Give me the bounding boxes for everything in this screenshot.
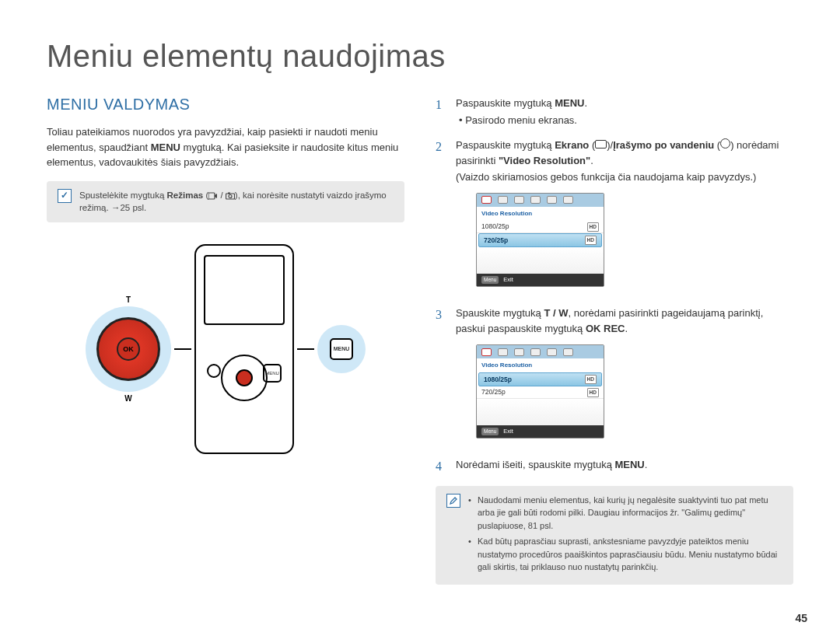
s3a: Spauskite mygtuką xyxy=(456,307,544,319)
step-1: 1 Paspauskite mygtuką MENU. Pasirodo men… xyxy=(436,96,793,128)
callout-line-left xyxy=(174,348,191,350)
footnote-1: Naudodami meniu elementus, kai kurių jų … xyxy=(468,494,782,533)
ui-spacer xyxy=(477,247,604,274)
video-mode-icon xyxy=(208,192,218,200)
camera-control-ring xyxy=(221,355,268,401)
pad-t-label: T xyxy=(126,295,131,304)
ui-opt2b: 720/25p xyxy=(481,387,506,397)
s2c: ( xyxy=(589,139,595,151)
ui-tab-icon xyxy=(530,348,541,356)
footnote-2: Kad būtų paprasčiau suprasti, ankstesnia… xyxy=(468,535,782,574)
ui-opt1b: 1080/25p xyxy=(484,375,512,385)
svg-rect-0 xyxy=(208,193,215,199)
s4c: . xyxy=(645,459,648,470)
ui-tab-icon xyxy=(563,196,573,204)
step-1-bullet: Pasirodo meniu ekranas. xyxy=(459,113,793,128)
step-3: 3 Spauskite mygtuką T / W, norėdami pasi… xyxy=(436,306,793,448)
intro-paragraph: Toliau pateikiamos nuorodos yra pavyzdži… xyxy=(47,124,404,170)
ui-option-row-selected: 720/25p HD xyxy=(478,233,602,247)
hd-badge: HD xyxy=(587,222,599,232)
menu-footer-button: Menu xyxy=(481,428,499,435)
hd-badge: HD xyxy=(585,375,597,384)
svg-rect-3 xyxy=(228,192,230,194)
ui-tab-icon xyxy=(563,348,573,356)
s3b: T / W xyxy=(544,307,568,319)
tip-box: ✓ Spustelėkite mygtuką Režimas ( / ), ka… xyxy=(47,181,404,222)
menu-button-callout: MENU xyxy=(317,325,366,373)
ui-opt2: 720/25p xyxy=(484,236,508,246)
tip-text: Spustelėkite mygtuką Režimas ( / ), kai … xyxy=(79,189,394,215)
s3e: . xyxy=(625,323,628,334)
camera-menu-button: MENU xyxy=(263,364,282,383)
menu-screenshot-1: Video Resolution 1080/25p HD 720/25p HD … xyxy=(476,193,604,287)
s1a: Paspauskite mygtuką xyxy=(456,97,555,109)
step-2: 2 Paspauskite mygtuką Ekrano ()/Įrašymo … xyxy=(436,138,793,295)
camera-rec-button xyxy=(236,369,253,386)
ui-tab-icon xyxy=(481,196,492,204)
s4a: Norėdami išeiti, spauskite mygtuką xyxy=(456,459,614,470)
step-1-number: 1 xyxy=(436,96,446,128)
s2a: Paspauskite mygtuką xyxy=(456,139,555,151)
callout-line-right xyxy=(297,348,314,350)
step-4: 4 Norėdami išeiti, spauskite mygtuką MEN… xyxy=(436,457,793,477)
ui-tabbar xyxy=(477,194,604,207)
step-2-number: 2 xyxy=(436,138,446,295)
ui-tab-icon xyxy=(498,196,508,204)
s2e: Įrašymo po vandeniu xyxy=(613,139,714,151)
s2d: )/ xyxy=(607,139,613,151)
intro-bold: MENU xyxy=(151,142,180,153)
ui-tab-icon xyxy=(547,196,557,204)
s2note: (Vaizdo skiriamosios gebos funkcija čia … xyxy=(456,171,756,183)
pad-w-label: W xyxy=(124,394,131,403)
photo-mode-icon xyxy=(226,192,235,200)
ui-section-label: Video Resolution xyxy=(477,207,604,221)
camera-screen xyxy=(204,255,285,325)
device-figure: T OK W MENU MENU xyxy=(47,244,404,454)
ok-button-illustration: OK xyxy=(117,337,140,361)
hd-badge: HD xyxy=(585,236,597,245)
menu-button-label: MENU xyxy=(330,338,353,360)
s1c: . xyxy=(584,97,587,109)
ui-section-label: Video Resolution xyxy=(477,358,604,372)
svg-point-2 xyxy=(229,194,232,197)
ui-tab-icon xyxy=(514,196,524,204)
page-number: 45 xyxy=(795,612,807,624)
ui-footer: Menu Exit xyxy=(477,274,604,286)
control-pad-callout: T OK W xyxy=(86,306,171,392)
footnote-list: Naudodami meniu elementus, kai kurių jų … xyxy=(468,494,782,577)
ui-tab-icon xyxy=(481,348,492,356)
tip-t1: Spustelėkite mygtuką xyxy=(79,190,167,200)
camera-left-button xyxy=(207,364,221,378)
camera-body-illustration: MENU xyxy=(194,244,294,454)
ui-option-row-selected: 1080/25p HD xyxy=(478,372,602,386)
hd-badge: HD xyxy=(587,388,599,397)
ui-tab-icon xyxy=(514,348,524,356)
s4b: MENU xyxy=(614,459,644,470)
tip-mid: ( xyxy=(203,190,208,200)
s2i: . xyxy=(590,155,593,166)
pencil-icon xyxy=(446,494,460,508)
ui-spacer xyxy=(477,399,604,425)
ui-footer-text: Exit xyxy=(503,427,513,436)
s2b: Ekrano xyxy=(555,139,589,151)
menu-screenshot-2: Video Resolution 1080/25p HD 720/25p HD … xyxy=(476,344,604,439)
display-icon xyxy=(595,140,607,149)
section-heading: MENIU VALDYMAS xyxy=(47,96,404,114)
ui-option-row: 1080/25p HD xyxy=(477,221,604,233)
ui-option-row: 720/25p HD xyxy=(477,386,604,399)
ui-footer-text: Exit xyxy=(503,275,513,285)
s1b: MENU xyxy=(555,97,584,109)
page-title: Meniu elementų naudojimas xyxy=(47,39,793,74)
tip-b1: Režimas xyxy=(167,190,204,200)
s2h: "Video Resolution" xyxy=(499,155,590,166)
ui-tab-icon xyxy=(530,196,541,204)
s2f: ( xyxy=(714,139,720,151)
ui-tab-icon xyxy=(547,348,557,356)
ui-opt1: 1080/25p xyxy=(481,222,509,232)
step-3-number: 3 xyxy=(436,306,446,448)
menu-footer-button: Menu xyxy=(481,276,499,284)
ui-footer: Menu Exit xyxy=(477,425,604,438)
ui-tabbar xyxy=(477,345,604,358)
footnote-box: Naudodami meniu elementus, kai kurių jų … xyxy=(436,486,793,585)
tip-ref: 25 psl. xyxy=(120,203,146,212)
